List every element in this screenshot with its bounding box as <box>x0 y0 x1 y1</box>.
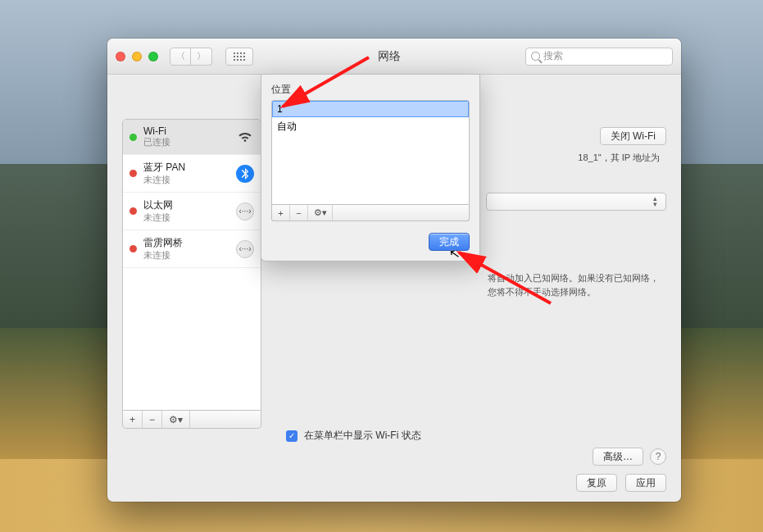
service-sidebar: Wi-Fi 已连接 蓝牙 PAN 未连接 <box>122 119 261 429</box>
show-menubar-label: 在菜单栏中显示 Wi-Fi 状态 <box>304 429 421 443</box>
show-all-button[interactable] <box>225 48 253 66</box>
location-list-toolbar: + − ⚙︎▾ <box>271 205 470 221</box>
zoom-icon[interactable] <box>148 52 158 61</box>
nav-back-forward: 〈 〉 <box>170 48 212 66</box>
add-service-button[interactable]: + <box>123 411 143 428</box>
traffic-lights <box>116 52 158 61</box>
bluetooth-icon <box>236 165 254 183</box>
minimize-icon[interactable] <box>132 52 142 61</box>
location-item[interactable]: 自动 <box>272 117 469 136</box>
revert-button[interactable]: 复原 <box>576 474 617 492</box>
turn-off-wifi-button[interactable]: 关闭 Wi-Fi <box>600 127 666 145</box>
status-dot-icon <box>129 207 137 215</box>
service-name: 以太网 <box>143 198 229 212</box>
titlebar: 〈 〉 网络 搜索 <box>107 39 681 75</box>
search-icon <box>531 52 540 61</box>
service-item-thunderbolt[interactable]: 雷雳网桥 未连接 ‹···› <box>123 230 261 268</box>
help-button[interactable]: ? <box>650 448 666 465</box>
location-list: 1 自动 <box>271 100 470 205</box>
service-name: Wi-Fi <box>143 125 229 137</box>
status-dot-icon <box>129 245 137 252</box>
remove-location-button[interactable]: − <box>290 205 308 221</box>
service-list: Wi-Fi 已连接 蓝牙 PAN 未连接 <box>122 119 261 411</box>
wifi-icon <box>236 128 254 146</box>
apply-button[interactable]: 应用 <box>625 474 666 492</box>
search-placeholder: 搜索 <box>543 49 563 63</box>
service-item-bluetooth[interactable]: 蓝牙 PAN 未连接 <box>123 155 261 193</box>
show-menubar-row: ✓ 在菜单栏中显示 Wi-Fi 状态 <box>122 429 666 443</box>
close-icon[interactable] <box>116 52 125 61</box>
location-editor-sheet: 位置 1 自动 + − ⚙︎▾ 完成 <box>261 74 480 261</box>
thunderbolt-icon: ‹···› <box>236 240 254 258</box>
show-menubar-checkbox[interactable]: ✓ <box>286 430 297 442</box>
service-actions-button[interactable]: ⚙︎▾ <box>162 411 190 428</box>
sheet-title: 位置 <box>271 83 470 97</box>
add-location-button[interactable]: + <box>272 205 290 221</box>
service-status: 已连接 <box>143 137 229 148</box>
back-button[interactable]: 〈 <box>170 48 191 66</box>
status-dot-icon <box>129 170 137 177</box>
status-dot-icon <box>129 134 137 141</box>
service-status: 未连接 <box>143 250 229 261</box>
service-status: 未连接 <box>143 175 229 186</box>
service-name: 雷雳网桥 <box>143 236 229 250</box>
forward-button[interactable]: 〉 <box>191 48 212 66</box>
location-actions-button[interactable]: ⚙︎▾ <box>308 205 333 221</box>
service-item-wifi[interactable]: Wi-Fi 已连接 <box>123 120 261 155</box>
window-title: 网络 <box>260 49 519 64</box>
advanced-button[interactable]: 高级… <box>593 448 643 466</box>
network-name-select[interactable]: ▴▾ <box>486 193 666 211</box>
search-input[interactable]: 搜索 <box>525 48 673 66</box>
ethernet-icon: ‹···› <box>236 202 254 221</box>
remove-service-button[interactable]: − <box>143 411 162 428</box>
stepper-caret-icon: ▴▾ <box>649 196 661 207</box>
connection-status-text: 18_1"，其 IP 地址为 <box>578 152 660 164</box>
service-status: 未连接 <box>143 212 229 224</box>
auto-join-help-text: 将自动加入已知网络。如果没有已知网络，您将不得不手动选择网络。 <box>488 271 660 298</box>
grid-icon <box>234 52 245 61</box>
service-item-ethernet[interactable]: 以太网 未连接 ‹···› <box>123 193 261 230</box>
service-name: 蓝牙 PAN <box>143 161 229 175</box>
location-item[interactable]: 1 <box>272 101 469 117</box>
service-list-footer: + − ⚙︎▾ <box>122 411 261 429</box>
